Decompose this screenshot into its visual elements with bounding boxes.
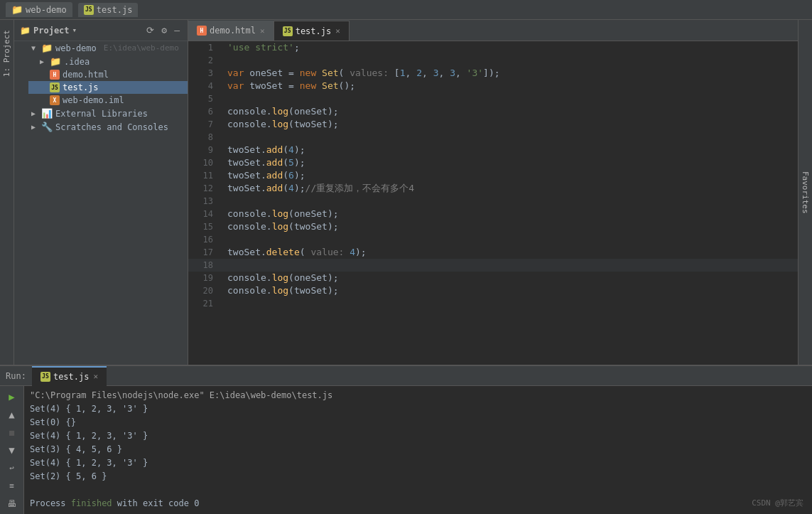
code-line: 18 (188, 259, 798, 272)
run-tab-label: test.js (53, 372, 90, 382)
code-line: 12 twoSet.add(4);//重复添加，不会有多个4 (188, 182, 798, 195)
project-sidebar: 📁 Project ▾ ⟳ ⚙ — ▼ 📁 web-demo E:\idea\w… (14, 20, 188, 365)
run-label: Run: (0, 371, 32, 381)
tab-test-js[interactable]: JS test.js ✕ (274, 21, 350, 41)
line-number: 20 (188, 284, 220, 297)
settings-icon[interactable]: ⚙ (159, 24, 169, 36)
html-icon: H (197, 26, 207, 36)
code-line: 7 console.log(twoSet); (188, 118, 798, 131)
ext-libs-icon: 📊 (41, 108, 53, 119)
sync-icon[interactable]: ⟳ (144, 24, 156, 36)
folder-icon: 📁 (41, 43, 53, 53)
scroll-up-button[interactable]: ▲ (3, 407, 21, 422)
tree-label: Scratches and Consoles (55, 122, 168, 132)
line-content (220, 195, 233, 208)
code-line: 2 (188, 54, 798, 67)
tree-item-scratches[interactable]: ▶ 🔧 Scratches and Consoles (28, 120, 188, 134)
line-number: 17 (188, 246, 220, 259)
output-line: Set(3) { 4, 5, 6 } (30, 443, 806, 456)
tree-arrow: ▶ (31, 123, 38, 131)
tree-label: test.js (63, 82, 99, 92)
tree-item-web-demo-iml[interactable]: ▶ X web-demo.iml (28, 94, 188, 107)
line-number: 8 (188, 131, 220, 144)
tree-item-test-js[interactable]: ▶ JS test.js (28, 81, 188, 94)
code-line: 16 (188, 233, 798, 246)
line-number: 7 (188, 118, 220, 131)
title-tab-label: web-demo (26, 5, 67, 15)
code-line: 17 twoSet.delete( value: 4); (188, 246, 798, 259)
line-content: console.log(oneSet); (220, 105, 339, 118)
line-number: 1 (188, 41, 220, 54)
code-line: 5 (188, 92, 798, 105)
line-content: console.log(oneSet); (220, 208, 339, 220)
tree-item-demo-html[interactable]: ▶ H demo.html (28, 68, 188, 81)
line-number: 11 (188, 169, 220, 182)
line-number: 13 (188, 195, 220, 208)
scroll-down-button[interactable]: ▼ (3, 442, 21, 457)
tab-label: test.js (296, 26, 332, 36)
sort-button[interactable]: ≡ (3, 478, 21, 493)
tree-item-ext-libs[interactable]: ▶ 📊 External Libraries (28, 107, 188, 120)
line-content: console.log(twoSet); (220, 284, 339, 297)
tab-close-icon[interactable]: ✕ (260, 26, 265, 36)
code-editor[interactable]: 1 'use strict'; 2 3 var oneSet = new Set… (188, 41, 798, 365)
line-number: 14 (188, 208, 220, 220)
line-content (220, 233, 233, 246)
right-panel: Favorites (798, 20, 812, 365)
print-button[interactable]: 🖶 (3, 496, 21, 511)
line-content: console.log(twoSet); (220, 118, 339, 131)
xml-icon: X (50, 95, 60, 105)
tree-arrow: ▼ (31, 44, 38, 52)
line-content (220, 92, 233, 105)
line-number: 16 (188, 233, 220, 246)
editor-tabs: H demo.html ✕ JS test.js ✕ (188, 20, 798, 41)
html-icon: H (50, 70, 60, 80)
title-tab-test-js[interactable]: JS test.js (78, 3, 139, 17)
tree-item-web-demo[interactable]: ▼ 📁 web-demo E:\idea\web-demo (28, 41, 188, 55)
line-content (220, 259, 233, 272)
tab-close-icon[interactable]: ✕ (335, 26, 340, 36)
folder-icon: 📁 (11, 4, 23, 15)
line-content (220, 297, 233, 310)
output-line: Set(4) { 1, 2, 3, '3' } (30, 456, 806, 470)
run-button[interactable]: ▶ (3, 389, 21, 404)
favorites-label[interactable]: Favorites (801, 171, 810, 214)
minimize-icon[interactable]: — (172, 24, 182, 36)
project-dropdown-icon[interactable]: ▾ (72, 26, 77, 35)
stop-button[interactable]: ◼ (3, 424, 21, 439)
line-content: console.log(twoSet); (220, 220, 339, 233)
output-line: Set(0) {} (30, 416, 806, 429)
line-number: 3 (188, 67, 220, 80)
line-content: twoSet.delete( value: 4); (220, 246, 367, 259)
line-number: 2 (188, 54, 220, 67)
line-number: 6 (188, 105, 220, 118)
output-line: Set(4) { 1, 2, 3, '3' } (30, 429, 806, 443)
line-content (220, 131, 233, 144)
line-content: twoSet.add(6); (220, 169, 305, 182)
line-content: twoSet.add(4); (220, 144, 305, 156)
code-line: 4 var twoSet = new Set(); (188, 80, 798, 92)
line-number: 12 (188, 182, 220, 195)
project-panel-label[interactable]: 1: Project (1, 26, 13, 81)
project-title: Project (33, 26, 70, 36)
main-area: 1: Project 📁 Project ▾ ⟳ ⚙ — ▼ 📁 web-dem… (0, 20, 812, 365)
tab-close-icon[interactable]: ✕ (93, 372, 98, 381)
tab-run-test-js[interactable]: JS test.js ✕ (32, 366, 107, 386)
title-tab-web-demo[interactable]: 📁 web-demo (6, 2, 72, 17)
code-line: 1 'use strict'; (188, 41, 798, 54)
tab-label: demo.html (210, 26, 256, 36)
output-line: Set(4) { 1, 2, 3, '3' } (30, 402, 806, 416)
code-line: 19 console.log(oneSet); (188, 272, 798, 284)
output-line (30, 483, 806, 497)
tree-arrow: ▶ (40, 58, 47, 65)
wrap-button[interactable]: ↩ (3, 461, 21, 476)
tree-arrow: ▶ (31, 109, 38, 117)
tab-demo-html[interactable]: H demo.html ✕ (188, 21, 274, 41)
run-output: "C:\Program Files\nodejs\node.exe" E:\id… (24, 386, 812, 514)
line-content: 'use strict'; (220, 41, 300, 54)
project-path: E:\idea\web-demo (104, 43, 179, 53)
tree-item-idea[interactable]: ▶ 📁 .idea (28, 55, 188, 68)
line-number: 19 (188, 272, 220, 284)
line-content (220, 54, 233, 67)
js-icon: JS (84, 5, 94, 15)
